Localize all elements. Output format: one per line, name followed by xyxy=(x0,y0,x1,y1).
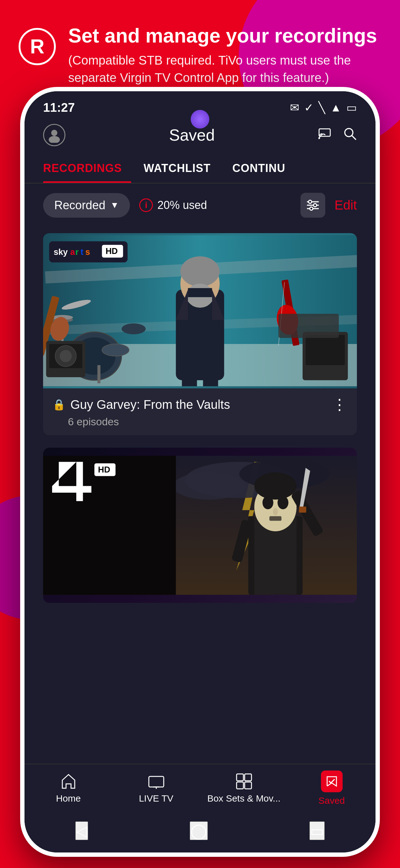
nav-box-sets[interactable]: Box Sets & Mov... xyxy=(200,773,288,804)
svg-text:a: a xyxy=(70,247,75,257)
svg-text:sky: sky xyxy=(54,247,68,257)
svg-point-9 xyxy=(308,200,312,203)
svg-rect-76 xyxy=(76,462,83,501)
camera-notch xyxy=(191,110,209,128)
recorded-dropdown[interactable]: Recorded ▼ xyxy=(43,193,130,218)
back-button[interactable]: ◁ xyxy=(75,822,88,840)
svg-rect-69 xyxy=(269,516,281,521)
grid-icon xyxy=(235,773,253,790)
tab-watchlist[interactable]: WATCHLIST xyxy=(143,152,220,183)
svg-line-5 xyxy=(352,136,356,140)
check-icon: ✓ xyxy=(304,101,313,114)
svg-point-31 xyxy=(60,350,72,362)
svg-rect-86 xyxy=(245,774,252,781)
svg-point-34 xyxy=(180,256,220,286)
svg-point-11 xyxy=(310,207,313,210)
phone-frame: 11:27 ✉ ✓ ╲ ▲ ▭ Saved xyxy=(20,87,380,857)
info-icon: i xyxy=(139,198,153,212)
svg-point-70 xyxy=(254,472,296,500)
svg-text:HD: HD xyxy=(98,465,110,474)
dropdown-arrow-icon: ▼ xyxy=(110,200,119,210)
app-logo: R xyxy=(19,28,56,65)
more-options-button[interactable]: ⋮ xyxy=(332,396,347,413)
svg-text:t: t xyxy=(80,247,84,257)
home-button[interactable]: ◯ xyxy=(190,822,208,840)
svg-text:r: r xyxy=(75,247,79,257)
svg-point-62 xyxy=(173,472,245,500)
svg-point-4 xyxy=(345,128,353,136)
svg-rect-45 xyxy=(306,335,345,365)
card-thumbnail-sky-arts: sky a r t s HD xyxy=(43,233,357,389)
svg-text:s: s xyxy=(85,247,90,257)
phone-inner: 11:27 ✉ ✓ ╲ ▲ ▭ Saved xyxy=(25,91,375,852)
wifi-icon: ▲ xyxy=(330,101,341,114)
content-area: sky a r t s HD 🔒 Guy Garvey: Fr xyxy=(25,227,375,764)
android-nav-bar: ◁ ◯ ▭ xyxy=(25,815,375,852)
search-icon[interactable] xyxy=(343,126,357,144)
svg-point-10 xyxy=(313,204,316,207)
battery-icon: ▭ xyxy=(346,101,357,114)
signal-icon: ╲ xyxy=(319,101,325,114)
svg-rect-73 xyxy=(299,507,306,513)
bookmark-check-icon xyxy=(325,774,339,788)
nav-saved[interactable]: Saved xyxy=(288,771,375,806)
banner-title: Set and manage your recordings xyxy=(68,25,381,46)
tab-continue[interactable]: CONTINU xyxy=(232,152,295,183)
filter-settings-button[interactable] xyxy=(300,193,325,218)
card-thumbnail-ch4: HD xyxy=(43,448,357,603)
recording-subtitle: 6 episodes xyxy=(53,416,347,428)
svg-point-0 xyxy=(51,130,57,136)
svg-rect-38 xyxy=(188,288,212,297)
dropdown-label: Recorded xyxy=(54,199,105,212)
svg-point-24 xyxy=(122,323,146,334)
nav-live-tv[interactable]: LIVE TV xyxy=(112,773,200,804)
svg-rect-39 xyxy=(182,374,197,386)
usage-text: 20% used xyxy=(157,199,207,212)
saved-icon-container xyxy=(321,771,343,792)
tv-icon xyxy=(147,773,165,790)
tab-navigation: RECORDINGS WATCHLIST CONTINU xyxy=(25,152,375,183)
card-info-guy-garvey: 🔒 Guy Garvey: From the Vaults ⋮ 6 episod… xyxy=(43,389,357,435)
svg-rect-25 xyxy=(97,365,100,383)
recording-card-guy-garvey[interactable]: sky a r t s HD 🔒 Guy Garvey: Fr xyxy=(43,233,357,435)
recording-card-halloween[interactable]: HD xyxy=(43,448,357,603)
svg-point-68 xyxy=(273,508,278,515)
svg-point-1 xyxy=(49,136,60,143)
svg-rect-48 xyxy=(278,314,339,338)
recording-title: Guy Garvey: From the Vaults xyxy=(70,398,230,412)
svg-rect-40 xyxy=(203,374,218,386)
gmail-icon: ✉ xyxy=(290,101,299,114)
usage-info: i 20% used xyxy=(139,198,207,212)
card-title-row: 🔒 Guy Garvey: From the Vaults ⋮ xyxy=(53,396,347,413)
tab-recordings[interactable]: RECORDINGS xyxy=(43,152,131,183)
cast-icon[interactable] xyxy=(319,126,333,144)
svg-rect-75 xyxy=(43,456,176,595)
nav-home[interactable]: Home xyxy=(25,773,112,804)
banner-text-block: Set and manage your recordings (Compatib… xyxy=(68,25,381,86)
svg-rect-85 xyxy=(237,774,243,781)
page-title: Saved xyxy=(169,126,214,144)
bottom-navigation: Home LIVE TV Box Sets & Mov... xyxy=(25,764,375,815)
header-actions xyxy=(319,126,357,144)
recents-button[interactable]: ▭ xyxy=(309,822,325,840)
avatar[interactable] xyxy=(43,124,65,146)
svg-point-22 xyxy=(102,344,129,356)
svg-rect-82 xyxy=(149,776,164,787)
filter-row: Recorded ▼ i 20% used Edit xyxy=(25,183,375,227)
nav-home-label: Home xyxy=(56,793,80,804)
svg-rect-88 xyxy=(245,782,252,789)
nav-saved-label: Saved xyxy=(319,795,345,806)
edit-button[interactable]: Edit xyxy=(335,198,357,213)
svg-rect-87 xyxy=(237,782,243,789)
nav-live-tv-label: LIVE TV xyxy=(139,793,173,804)
status-time: 11:27 xyxy=(43,101,75,115)
lock-icon: 🔒 xyxy=(53,398,65,411)
card-title-left: 🔒 Guy Garvey: From the Vaults xyxy=(53,398,230,412)
banner-subtitle: (Compatible STB required. TiVo users mus… xyxy=(68,52,381,86)
nav-box-sets-label: Box Sets & Mov... xyxy=(207,793,280,804)
svg-text:HD: HD xyxy=(105,246,118,256)
home-icon xyxy=(60,773,77,790)
